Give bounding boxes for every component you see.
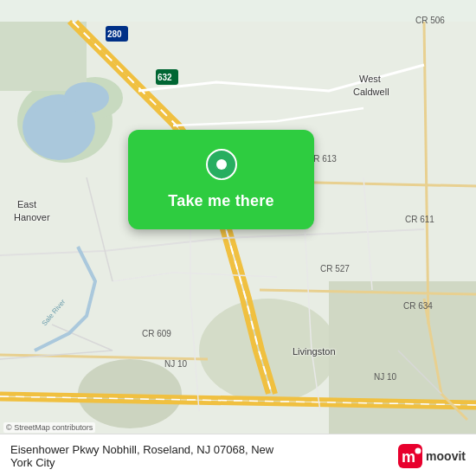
cr609-label: CR 609 xyxy=(142,329,171,338)
map-container: Sale River 280 632 CR 506 CR 613 CR 611 … xyxy=(0,0,476,476)
svg-text:m: m xyxy=(402,448,415,466)
svg-rect-6 xyxy=(0,22,87,91)
address-line2: York City xyxy=(10,456,55,469)
svg-point-29 xyxy=(415,448,421,454)
take-me-there-button[interactable]: Take me there xyxy=(128,130,314,229)
nj10-label-left: NJ 10 xyxy=(164,359,187,369)
svg-point-26 xyxy=(216,159,227,170)
svg-text:280: 280 xyxy=(107,29,122,39)
map-svg: Sale River 280 632 xyxy=(0,0,476,476)
location-pin-icon xyxy=(206,149,237,187)
cr506-label: CR 506 xyxy=(415,16,445,25)
svg-text:632: 632 xyxy=(158,73,172,82)
svg-rect-9 xyxy=(329,281,476,454)
moovit-icon: m xyxy=(398,444,422,468)
bottom-bar: Eisenhower Pkwy Nobhill, Roseland, NJ 07… xyxy=(0,434,476,476)
moovit-text: moovit xyxy=(426,449,466,463)
cr611-label: CR 611 xyxy=(405,215,434,224)
west-caldwell-label: West xyxy=(359,74,381,84)
nj10-label-right: NJ 10 xyxy=(374,372,396,382)
map-attribution: © StreetMap contributors xyxy=(3,422,95,433)
cr634-label: CR 634 xyxy=(403,301,433,311)
moovit-logo: m moovit xyxy=(398,444,466,468)
east-hanover-label2: Hanover xyxy=(14,212,50,222)
livingston-label: Livingston xyxy=(293,346,336,357)
east-hanover-label: East xyxy=(17,199,36,209)
cr527-label: CR 527 xyxy=(320,264,350,273)
address-line1: Eisenhower Pkwy Nobhill, Roseland, NJ 07… xyxy=(10,443,273,456)
svg-point-11 xyxy=(64,82,109,113)
west-caldwell-label2: Caldwell xyxy=(353,87,389,97)
address-text: Eisenhower Pkwy Nobhill, Roseland, NJ 07… xyxy=(10,443,398,469)
cta-label: Take me there xyxy=(168,192,273,210)
